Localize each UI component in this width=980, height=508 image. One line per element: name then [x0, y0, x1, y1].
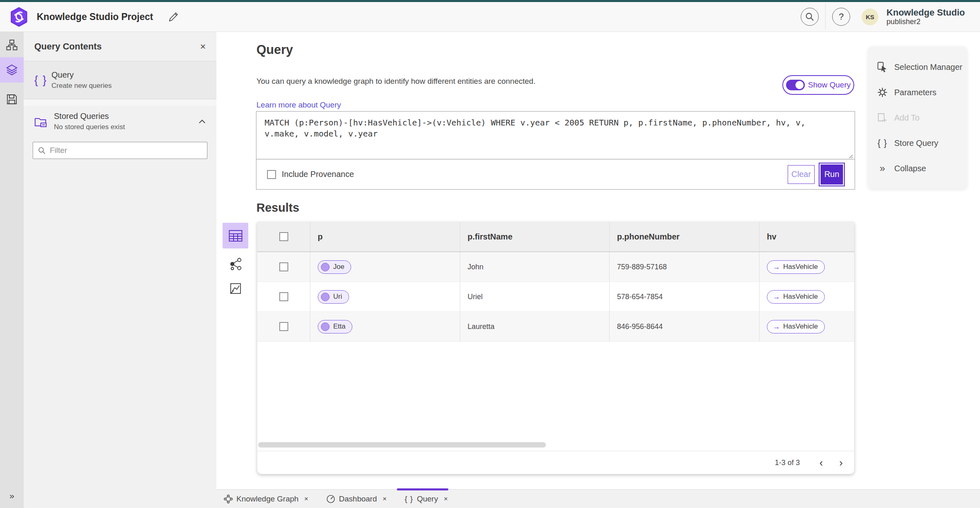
stored-queries-title: Stored Queries	[54, 112, 125, 121]
user-block: Knowledge Studio publisher2	[886, 7, 965, 26]
cell-phone: 846-956-8644	[617, 322, 663, 331]
relation-pill[interactable]: →HasVehicle	[767, 290, 825, 304]
filter-input[interactable]	[50, 146, 202, 155]
entity-pill[interactable]: Joe	[318, 260, 351, 274]
filter-field[interactable]	[33, 142, 207, 159]
stored-queries-subtitle: No stored queries exist	[54, 123, 125, 131]
cell-phone: 578-654-7854	[617, 293, 663, 301]
gear-icon	[877, 87, 888, 98]
row-checkbox[interactable]	[279, 262, 288, 271]
select-all-checkbox[interactable]	[279, 232, 288, 241]
layers-icon	[6, 64, 18, 76]
bottom-tabbar: Knowledge Graph × Dashboard × { } Query …	[216, 489, 980, 508]
arrow-right-icon: →	[773, 293, 780, 301]
entity-pill[interactable]: Etta	[318, 320, 352, 333]
collapse-icon: »	[877, 163, 888, 174]
table-row[interactable]: Etta Lauretta 846-956-8644 →HasVehicle	[257, 312, 854, 342]
clear-button[interactable]: Clear	[788, 165, 815, 184]
include-provenance-checkbox[interactable]	[267, 170, 276, 179]
column-header-p[interactable]: p	[310, 222, 460, 251]
app-root: Knowledge Studio Project ? KS Knowledge …	[0, 0, 980, 508]
tab-query[interactable]: { } Query ×	[405, 495, 448, 504]
graph-view-button[interactable]	[229, 257, 242, 271]
help-button[interactable]: ?	[832, 8, 850, 26]
tab-close-icon[interactable]: ×	[383, 495, 387, 503]
knowledge-graph-icon	[224, 495, 233, 504]
toggle-switch	[786, 80, 805, 90]
panel-close-icon[interactable]: ×	[200, 41, 206, 52]
menu-item-add-to[interactable]: Add To	[868, 105, 967, 130]
include-provenance-label: Include Provenance	[282, 170, 354, 179]
menu-item-selection-manager[interactable]: Selection Manager	[868, 54, 967, 80]
relation-pill[interactable]: →HasVehicle	[767, 260, 825, 274]
search-button[interactable]	[801, 8, 819, 26]
pagination-next-icon[interactable]: ›	[839, 457, 843, 468]
tab-close-icon[interactable]: ×	[304, 495, 308, 503]
chart-view-button[interactable]	[230, 283, 241, 294]
results-table: p p.firstName p.phoneNumber hv Joe John …	[257, 222, 854, 474]
column-header-hv[interactable]: hv	[760, 222, 854, 251]
tab-knowledge-graph[interactable]: Knowledge Graph ×	[224, 495, 308, 504]
panel-item-stored-queries[interactable]: Stored Queries No stored queries exist	[24, 106, 216, 131]
query-textarea[interactable]: MATCH (p:Person)-[hv:HasVehicle]->(v:Veh…	[256, 112, 855, 159]
save-icon	[7, 94, 17, 105]
edit-title-icon[interactable]	[168, 11, 179, 22]
row-checkbox[interactable]	[279, 292, 288, 301]
query-section-title: Query	[256, 43, 293, 57]
menu-item-collapse[interactable]: » Collapse	[868, 156, 967, 181]
menu-item-parameters[interactable]: Parameters	[868, 80, 967, 105]
user-role: publisher2	[886, 18, 965, 26]
menu-item-store-query[interactable]: { } Store Query	[868, 130, 967, 156]
header-divider	[825, 4, 826, 30]
resize-handle-icon[interactable]	[847, 153, 853, 159]
query-item-title: Query	[51, 70, 111, 80]
toggle-label: Show Query	[808, 81, 851, 90]
tab-dashboard[interactable]: Dashboard ×	[326, 495, 387, 504]
header: Knowledge Studio Project ? KS Knowledge …	[0, 2, 980, 32]
table-row[interactable]: Uri Uriel 578-654-7854 →HasVehicle	[257, 282, 854, 312]
column-header-firstname[interactable]: p.firstName	[460, 222, 610, 251]
query-editor: MATCH (p:Person)-[hv:HasVehicle]->(v:Veh…	[256, 111, 855, 190]
help-icon: ?	[839, 11, 844, 22]
table-view-button[interactable]	[223, 223, 248, 248]
table-header-row: p p.firstName p.phoneNumber hv	[257, 222, 854, 252]
run-button[interactable]: Run	[819, 163, 845, 186]
app-logo-icon	[10, 7, 28, 27]
table-row[interactable]: Joe John 759-889-57168 →HasVehicle	[257, 252, 854, 282]
panel-title: Query Contents	[34, 41, 102, 52]
row-checkbox[interactable]	[279, 322, 288, 331]
braces-icon: { }	[405, 495, 413, 504]
chevron-up-icon[interactable]	[198, 119, 206, 124]
arrow-right-icon: →	[773, 263, 780, 271]
node-circle-icon	[321, 263, 330, 271]
braces-icon: { }	[877, 138, 888, 148]
relation-pill[interactable]: →HasVehicle	[767, 320, 825, 333]
cell-firstname: Lauretta	[468, 322, 494, 331]
main-content: Query You can query a knowledge graph to…	[216, 32, 980, 508]
active-tab-indicator	[397, 488, 448, 490]
show-query-toggle[interactable]: Show Query	[782, 75, 854, 95]
panel-item-query[interactable]: { } Query Create new queries	[24, 61, 216, 99]
search-icon	[805, 12, 814, 21]
horizontal-scrollbar[interactable]	[258, 442, 546, 448]
column-header-phone[interactable]: p.phoneNumber	[610, 222, 760, 251]
selection-manager-icon	[877, 62, 888, 72]
rail-item-layers-selected[interactable]	[0, 57, 24, 83]
query-contents-panel: Query Contents × { } Query Create new qu…	[24, 32, 216, 508]
query-item-subtitle: Create new queries	[51, 82, 111, 90]
query-description: You can query a knowledge graph to ident…	[256, 77, 535, 86]
node-circle-icon	[321, 293, 330, 301]
avatar[interactable]: KS	[862, 9, 878, 25]
entity-pill[interactable]: Uri	[318, 290, 349, 304]
arrow-right-icon: →	[773, 322, 780, 331]
table-icon	[229, 230, 243, 242]
pagination-prev-icon[interactable]: ‹	[820, 457, 823, 468]
tab-close-icon[interactable]: ×	[444, 495, 448, 503]
cell-phone: 759-889-57168	[617, 263, 667, 271]
expand-panel-button[interactable]: »	[0, 491, 24, 501]
rail-item-lineage[interactable]	[0, 39, 24, 51]
rail-item-save[interactable]	[0, 94, 24, 105]
stored-queries-folder-icon	[34, 115, 47, 128]
learn-more-link[interactable]: Learn more about Query	[256, 101, 341, 110]
dashboard-icon	[326, 495, 335, 504]
